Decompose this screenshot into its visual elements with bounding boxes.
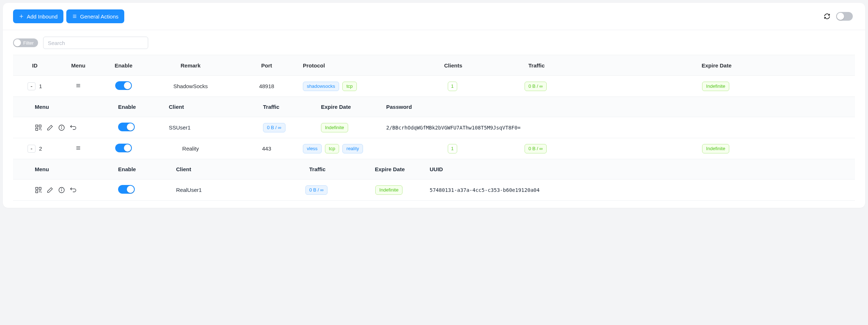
row-menu-icon[interactable] (75, 83, 81, 88)
svg-rect-20 (36, 187, 38, 189)
sub-col-client: Client (165, 104, 259, 110)
col-clients: Clients (412, 62, 495, 69)
sub-col-menu: Menu (31, 104, 114, 110)
row-port: 48918 (234, 83, 299, 89)
general-actions-label: General Actions (80, 13, 118, 20)
protocol-badge: vless (303, 144, 322, 153)
reset-icon[interactable] (70, 186, 77, 194)
client-enable-toggle[interactable] (118, 123, 135, 131)
traffic-badge: 0 B / ∞ (525, 82, 547, 91)
edit-icon[interactable] (46, 124, 54, 131)
traffic-badge: 0 B / ∞ (525, 144, 547, 153)
col-port: Port (234, 62, 299, 69)
protocol-badge: shadowsocks (303, 82, 339, 91)
auto-refresh-toggle[interactable] (836, 12, 853, 21)
sub-col-enable: Enable (114, 166, 172, 172)
reset-icon[interactable] (70, 124, 77, 131)
sub-col-client: Client (172, 166, 281, 172)
row-remark: Reality (147, 145, 234, 152)
clients-count: 1 (448, 82, 457, 91)
qrcode-icon[interactable] (35, 186, 42, 194)
sub-row: SSUser1 0 B / ∞ Indefinite 2/BBcrhOdqWGf… (13, 117, 855, 138)
transport-badge: tcp (342, 82, 356, 91)
svg-rect-21 (39, 187, 41, 189)
col-expire: Expire Date (578, 62, 855, 69)
row-id: 1 (39, 83, 42, 89)
col-menu: Menu (57, 62, 100, 69)
client-name: SSUser1 (165, 124, 259, 131)
refresh-icon (824, 13, 830, 20)
client-expire-badge: Indefinite (375, 185, 402, 195)
client-name: RealUser1 (172, 187, 281, 193)
col-id: ID (13, 62, 57, 69)
sub-col-traffic: Traffic (281, 166, 354, 172)
client-traffic-badge: 0 B / ∞ (263, 123, 285, 132)
svg-point-16 (62, 126, 62, 127)
info-icon[interactable] (58, 186, 65, 194)
menu-lines-icon (72, 14, 77, 19)
expand-button[interactable]: - (28, 82, 36, 90)
toggle-knob (14, 39, 21, 46)
inbounds-panel: Add Inbound General Actions Filter ID Me… (3, 3, 865, 208)
client-enable-toggle[interactable] (118, 185, 135, 194)
client-uuid: 57480131-a37a-4cc5-c353-b60e19120a04 (426, 187, 855, 193)
filter-toggle[interactable]: Filter (13, 38, 38, 47)
svg-rect-8 (36, 125, 38, 127)
transport-badge: tcp (325, 144, 339, 153)
svg-rect-22 (36, 190, 38, 193)
svg-rect-9 (39, 125, 41, 127)
sub-col-menu: Menu (31, 166, 114, 172)
row-remark: ShadowSocks (147, 83, 234, 89)
sub-row: RealUser1 0 B / ∞ Indefinite 57480131-a3… (13, 180, 855, 201)
sub-header: Menu Enable Client Traffic Expire Date P… (13, 97, 855, 117)
row-port: 443 (234, 145, 299, 152)
expand-button[interactable]: - (28, 145, 36, 153)
refresh-button[interactable] (823, 12, 831, 20)
col-enable: Enable (100, 62, 147, 69)
topbar: Add Inbound General Actions (3, 3, 865, 30)
sub-col-traffic: Traffic (259, 104, 317, 110)
sub-col-enable: Enable (114, 104, 165, 110)
expire-badge: Indefinite (702, 144, 729, 153)
svg-point-28 (62, 189, 62, 189)
table-section: ID Menu Enable Remark Port Protocol Clie… (3, 50, 865, 201)
add-inbound-label: Add Inbound (27, 13, 58, 20)
security-badge: reality (342, 144, 363, 153)
qrcode-icon[interactable] (35, 124, 42, 131)
sub-col-password: Password (383, 104, 855, 110)
sub-col-uuid: UUID (426, 166, 855, 172)
client-actions (31, 186, 114, 194)
filterbar: Filter (3, 30, 865, 50)
col-protocol: Protocol (299, 62, 412, 69)
row-id: 2 (39, 145, 42, 152)
sub-col-expire: Expire Date (354, 166, 426, 172)
row-menu-icon[interactable] (75, 145, 81, 151)
edit-icon[interactable] (46, 186, 54, 194)
col-remark: Remark (147, 62, 234, 69)
enable-toggle[interactable] (115, 144, 132, 152)
table-header: ID Menu Enable Remark Port Protocol Clie… (13, 55, 855, 76)
sub-col-expire: Expire Date (317, 104, 383, 110)
svg-rect-10 (36, 128, 38, 130)
client-password: 2/BBcrhOdqWGfMBk2bVGWFU7AThw108T5M9JsqVT… (383, 125, 855, 131)
general-actions-button[interactable]: General Actions (66, 9, 124, 23)
client-actions (31, 124, 114, 131)
table-row: - 1 ShadowSocks 48918 shadowsocks tcp 1 … (13, 76, 855, 97)
expire-badge: Indefinite (702, 82, 729, 91)
add-inbound-button[interactable]: Add Inbound (13, 9, 63, 23)
client-traffic-badge: 0 B / ∞ (305, 185, 328, 195)
client-expire-badge: Indefinite (321, 123, 348, 132)
col-traffic: Traffic (495, 62, 578, 69)
plus-icon (19, 14, 24, 19)
enable-toggle[interactable] (115, 81, 132, 90)
clients-count: 1 (448, 144, 457, 153)
table-row: - 2 Reality 443 vless tcp reality 1 0 B … (13, 138, 855, 159)
info-icon[interactable] (58, 124, 65, 131)
filter-label: Filter (23, 40, 34, 46)
sub-header: Menu Enable Client Traffic Expire Date U… (13, 159, 855, 180)
search-input[interactable] (43, 37, 148, 49)
